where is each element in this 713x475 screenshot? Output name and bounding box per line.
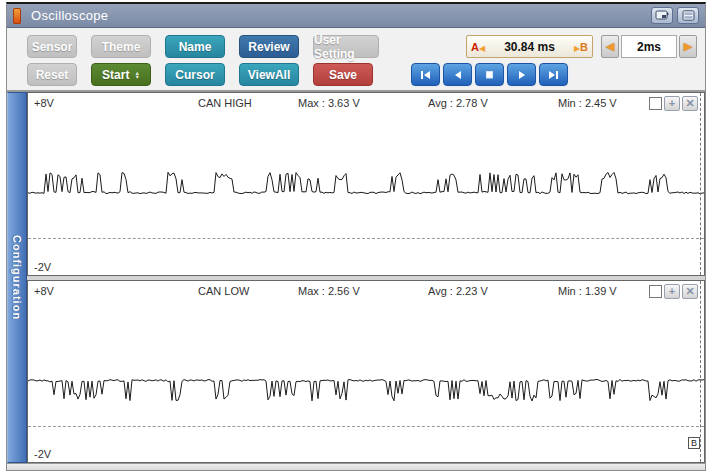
time-controls: A◀ 30.84 ms ▶B ◀ 2ms ▶ <box>466 35 697 58</box>
channel-controls: + ✕ <box>649 96 698 111</box>
max-value-label: Max : 2.56 V <box>298 285 360 297</box>
step-back-icon <box>451 70 464 80</box>
app-window: Oscilloscope <box>6 2 706 471</box>
cursor-button[interactable]: Cursor <box>165 63 225 86</box>
channel-can-low: +8V CAN LOW Max : 2.56 V Avg : 2.23 V Mi… <box>27 280 705 464</box>
start-button[interactable]: Start ▲▼ <box>91 63 151 86</box>
play-button[interactable] <box>507 63 536 86</box>
channel-name-label: CAN LOW <box>198 285 249 297</box>
split-layout-button[interactable] <box>677 7 699 24</box>
channel-zoom-button[interactable]: + <box>664 96 680 111</box>
step-back-button[interactable] <box>443 63 472 86</box>
channel-controls: + ✕ <box>649 284 698 299</box>
play-icon <box>515 70 528 80</box>
max-value-label: Max : 3.63 V <box>298 97 360 109</box>
skip-to-end-icon <box>547 70 560 80</box>
avg-value-label: Avg : 2.23 V <box>428 285 488 297</box>
user-setting-button[interactable]: User Setting <box>313 35 379 58</box>
top-scale-label: +8V <box>34 97 54 109</box>
cursor-b-label[interactable]: B <box>688 437 700 449</box>
channel-zoom-button[interactable]: + <box>664 284 680 299</box>
stop-button[interactable] <box>475 63 504 86</box>
stop-icon <box>483 70 496 80</box>
viewall-button[interactable]: ViewAll <box>239 63 299 86</box>
toolbar-row-2: Reset Start ▲▼ Cursor ViewAll Save <box>27 63 568 86</box>
title-bar: Oscilloscope <box>7 4 705 28</box>
cursor-b-marker: ▶B <box>574 41 588 53</box>
a-left-triangle-icon: ◀ <box>479 44 485 53</box>
zero-volt-gridline <box>28 426 704 427</box>
top-scale-label: +8V <box>34 285 54 297</box>
timebase-increase-button[interactable]: ▶ <box>679 35 697 58</box>
cursor-a-marker: A◀ <box>471 41 485 53</box>
timebase-decrease-button[interactable]: ◀ <box>601 35 619 58</box>
ab-range-value: 30.84 ms <box>504 40 555 54</box>
timebase-value[interactable]: 2ms <box>621 35 677 58</box>
start-button-label: Start <box>102 68 129 82</box>
channel-panels: +8V CAN HIGH Max : 3.63 V Avg : 2.78 V M… <box>27 92 705 463</box>
main-area: Configuration +8V CAN HIGH Max : 3.63 V … <box>7 92 705 463</box>
close-icon: ✕ <box>685 286 694 297</box>
channel-name-label: CAN HIGH <box>198 97 252 109</box>
split-layout-icon <box>682 10 695 21</box>
bottom-scale-label: -2V <box>34 261 51 273</box>
sensor-button[interactable]: Sensor <box>27 35 77 58</box>
start-stepper-icon[interactable]: ▲▼ <box>134 71 139 79</box>
window-title: Oscilloscope <box>31 8 108 23</box>
configuration-tab-label: Configuration <box>11 235 23 320</box>
zero-volt-gridline <box>28 238 704 239</box>
skip-to-start-button[interactable] <box>411 63 440 86</box>
channel-can-high: +8V CAN HIGH Max : 3.63 V Avg : 2.78 V M… <box>27 92 705 276</box>
oscilloscope-app: Oscilloscope <box>0 0 713 475</box>
avg-value-label: Avg : 2.78 V <box>428 97 488 109</box>
popup-window-icon <box>655 10 669 21</box>
channel-visible-checkbox[interactable] <box>649 97 662 110</box>
name-button[interactable]: Name <box>165 35 225 58</box>
can-low-waveform <box>28 281 704 463</box>
skip-to-start-icon <box>419 70 432 80</box>
min-value-label: Min : 1.39 V <box>558 285 617 297</box>
can-high-waveform <box>28 93 704 275</box>
popup-window-button[interactable] <box>651 7 673 24</box>
cursor-b-line <box>700 93 701 275</box>
save-button[interactable]: Save <box>313 63 373 86</box>
bottom-scale-label: -2V <box>34 448 51 460</box>
channel-close-button[interactable]: ✕ <box>682 96 698 111</box>
channel-visible-checkbox[interactable] <box>649 285 662 298</box>
window-bottom-edge <box>7 463 705 470</box>
ab-range-display: A◀ 30.84 ms ▶B <box>466 35 593 58</box>
plus-icon: + <box>669 286 675 297</box>
plus-icon: + <box>669 98 675 109</box>
toolbar-row-1: Sensor Theme Name Review User Setting <box>27 35 379 58</box>
theme-button[interactable]: Theme <box>91 35 151 58</box>
window-controls <box>651 7 699 24</box>
channel-close-button[interactable]: ✕ <box>682 284 698 299</box>
configuration-tab[interactable]: Configuration <box>7 92 27 463</box>
close-icon: ✕ <box>685 98 694 109</box>
toolbar: Sensor Theme Name Review User Setting Re… <box>7 28 705 92</box>
min-value-label: Min : 2.45 V <box>558 97 617 109</box>
review-button[interactable]: Review <box>239 35 299 58</box>
left-triangle-icon: ◀ <box>606 40 614 53</box>
app-flame-icon <box>13 8 21 24</box>
skip-to-end-button[interactable] <box>539 63 568 86</box>
cursor-b-line <box>700 281 701 463</box>
right-triangle-icon: ▶ <box>684 40 692 53</box>
playback-controls <box>411 63 568 86</box>
reset-button[interactable]: Reset <box>27 63 77 86</box>
